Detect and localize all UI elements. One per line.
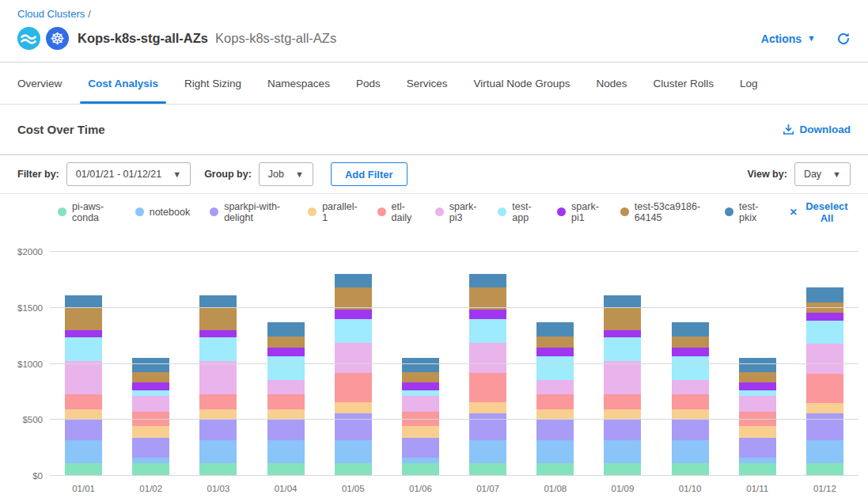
stacked-bar-01-10 [672,252,709,476]
legend-item-pi-aws-conda[interactable]: pi-aws-conda [58,201,116,223]
legend-item-etl-daily[interactable]: etl-daily [377,201,415,223]
legend-label: etl-daily [392,201,415,223]
bar-segment-spark-pi3 [469,343,506,372]
legend-item-parallel-1[interactable]: parallel-1 [308,201,357,223]
tab-overview[interactable]: Overview [17,63,62,104]
bar-segment-test-app [132,390,169,396]
tab-cluster-rolls[interactable]: Cluster Rolls [654,63,714,104]
bar-segment-test-pkix [469,274,506,287]
download-button[interactable]: Download [783,124,851,135]
section-header: Cost Over Time Download [0,105,868,155]
breadcrumb-link-cloud-clusters[interactable]: Cloud Clusters [17,8,85,20]
actions-button[interactable]: Actions ▼ [761,32,816,45]
legend-item-test-app[interactable]: test-app [498,201,537,223]
chevron-down-icon: ▼ [832,170,841,179]
legend-label: test-app [512,201,537,223]
legend-item-sparkpi-with-delight[interactable]: sparkpi-with-delight [210,201,288,223]
breadcrumb-separator: / [88,8,91,20]
bar-segment-test-pkix [402,358,439,372]
legend-item-notebook[interactable]: notebook [135,207,190,218]
bar-segment-test-53ca9186-64145 [672,337,709,348]
tab-nodes[interactable]: Nodes [597,63,627,104]
deselect-all-button[interactable]: ✕ Deselect All [790,200,851,224]
bar-segment-sparkpi-with-delight [672,420,709,440]
bar-segment-spark-pi1 [402,382,439,390]
legend-item-test-pkix[interactable]: test-pkix [725,201,765,223]
filter-bar: Filter by: 01/01/21 - 01/12/21 ▼ Group b… [0,155,868,194]
bar-segment-notebook [199,440,237,463]
group-by-select[interactable]: Job ▼ [259,162,313,186]
cluster-title: Kops-k8s-stg-all-AZs [78,31,208,46]
bar-segment-test-53ca9186-64145 [267,337,305,348]
x-labels: 01/0101/0201/0301/0401/0501/0601/0701/08… [50,484,859,493]
bar-slot [454,252,521,476]
gridline [50,307,859,308]
bar-segment-spark-pi3 [65,361,102,394]
bar-segment-notebook [536,440,574,463]
tab-services[interactable]: Services [407,63,448,104]
chevron-down-icon: ▼ [807,34,816,43]
tab-virtual-node-groups[interactable]: Virtual Node Groups [473,63,570,104]
bar-segment-pi-aws-conda [604,463,641,476]
tab-cost-analysis[interactable]: Cost Analysis [88,63,158,104]
bar-segment-test-app [672,356,709,380]
bar-segment-parallel-1 [199,409,237,420]
add-filter-button[interactable]: Add Filter [331,162,407,186]
bar-segment-spark-pi1 [739,382,776,390]
bar-segment-spark-pi3 [199,361,237,394]
tab-log[interactable]: Log [740,63,758,104]
stacked-bar-01-11 [739,252,776,476]
bar-segment-parallel-1 [604,409,641,420]
y-axis-tick: $1000 [17,359,43,369]
legend-item-spark-pi1[interactable]: spark-pi1 [557,201,601,223]
bar-segment-test-app [402,390,439,396]
x-axis-tick: 01/04 [252,484,320,493]
bar-segment-notebook [267,440,305,463]
bar-segment-spark-pi1 [806,313,843,321]
bar-segment-test-pkix [199,295,237,308]
chart-legend: pi-aws-condanotebooksparkpi-with-delight… [0,194,868,230]
x-axis-tick: 01/05 [320,484,387,493]
download-label: Download [800,124,851,135]
bar-segment-etl-daily [65,394,102,409]
bar-segment-test-53ca9186-64145 [604,308,641,330]
legend-item-test-53ca9186-64145[interactable]: test-53ca9186-64145 [620,201,705,223]
chevron-down-icon: ▼ [172,170,181,179]
bar-segment-spark-pi1 [199,330,237,337]
bar-segment-pi-aws-conda [199,463,237,476]
legend-color-dot [308,207,316,216]
bar-segment-spark-pi3 [806,344,843,373]
header-row: ☸ Kops-k8s-stg-all-AZs Kops-k8s-stg-all-… [17,27,851,62]
x-axis-tick: 01/09 [589,484,656,493]
legend-item-spark-pi3[interactable]: spark-pi3 [435,201,479,223]
stacked-bar-01-08 [536,252,574,476]
bar-segment-parallel-1 [806,403,843,413]
x-axis-tick: 01/07 [454,484,521,493]
bar-segment-test-53ca9186-64145 [132,372,169,382]
legend-label: test-53ca9186-64145 [635,201,705,223]
filter-by-label: Filter by: [17,169,59,180]
legend-color-dot [135,207,144,216]
tab-namespaces[interactable]: Namespaces [267,63,330,104]
bar-segment-notebook [335,440,372,463]
tab-pods[interactable]: Pods [356,63,381,104]
legend-label: spark-pi3 [449,201,479,223]
y-axis-tick: $0 [32,471,43,481]
bar-segment-spark-pi3 [536,380,574,394]
refresh-button[interactable] [836,32,851,46]
bar-segment-test-app [536,356,574,380]
bar-segment-sparkpi-with-delight [132,438,169,458]
bar-segment-spark-pi1 [132,382,169,390]
tab-right-sizing[interactable]: Right Sizing [184,63,241,104]
bar-segment-spark-pi3 [267,380,305,394]
view-by-label: View by: [747,169,787,180]
view-by-select[interactable]: Day ▼ [794,162,851,186]
view-by-value: Day [804,169,821,180]
header-actions: Actions ▼ [761,32,851,46]
bar-segment-test-pkix [335,274,372,287]
gridline [50,419,859,420]
stacked-bar-01-06 [402,252,439,476]
bar-segment-pi-aws-conda [132,463,169,476]
legend-color-dot [498,207,506,216]
date-range-select[interactable]: 01/01/21 - 01/12/21 ▼ [66,162,191,186]
